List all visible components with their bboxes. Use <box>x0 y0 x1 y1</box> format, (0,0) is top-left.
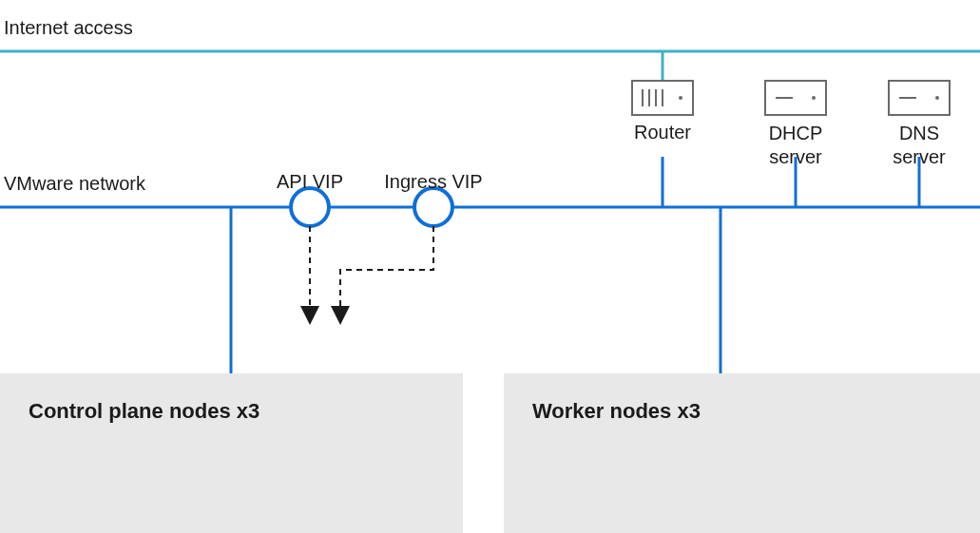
internet-label: Internet access <box>4 17 133 39</box>
control-plane-label: Control plane nodes x3 <box>29 399 259 424</box>
router-label: Router <box>634 122 691 143</box>
svg-rect-6 <box>765 81 826 115</box>
svg-point-5 <box>679 96 682 100</box>
worker-label: Worker nodes x3 <box>532 399 701 424</box>
dhcp-label: DHCP server <box>769 122 823 169</box>
vmware-label: VMware network <box>4 173 145 195</box>
svg-rect-9 <box>889 81 950 115</box>
control-plane-box <box>0 373 463 533</box>
diagram-canvas <box>0 0 980 533</box>
api-vip-label: API VIP <box>277 171 343 193</box>
api-vip-node <box>291 188 329 226</box>
svg-point-8 <box>812 96 816 100</box>
svg-point-11 <box>935 96 939 100</box>
dns-label: DNS server <box>893 122 946 169</box>
ingress-vip-node <box>414 188 452 226</box>
dns-server-icon <box>889 81 950 115</box>
ingress-vip-label: Ingress VIP <box>384 171 482 193</box>
ingress-vip-arrow <box>340 226 433 315</box>
router-icon <box>632 81 693 115</box>
dhcp-server-icon <box>765 81 826 115</box>
worker-box <box>504 373 980 533</box>
